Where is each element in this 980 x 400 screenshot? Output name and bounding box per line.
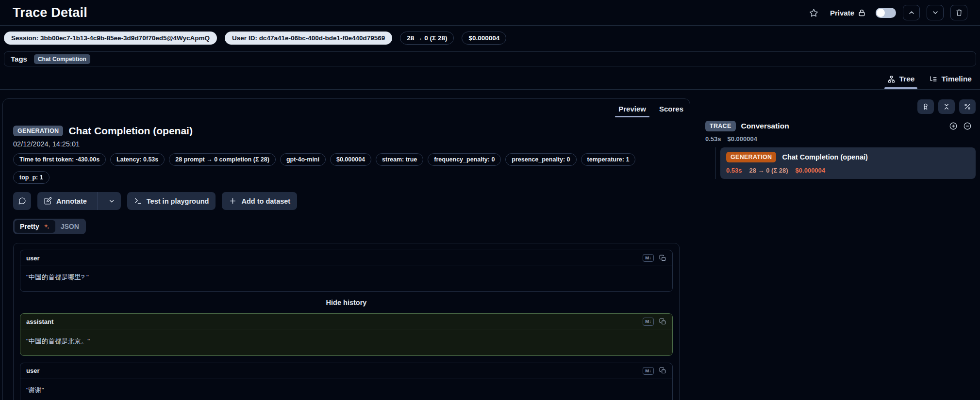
message-user-2: user M↓ "谢谢" — [20, 363, 673, 400]
session-badge[interactable]: Session: 3bb00ec7-1b13-4c9b-85ee-3d9d70f… — [4, 32, 217, 45]
hide-history-row: Hide history — [20, 298, 673, 307]
node-cost: $0.000004 — [796, 167, 825, 174]
message-content: "中国的首都是北京。" — [20, 330, 672, 355]
message-content: "中国的首都是哪里? " — [20, 266, 672, 291]
trace-type-badge: TRACE — [705, 121, 736, 131]
tree-icon — [887, 75, 896, 83]
metrics-toggle-button[interactable] — [959, 99, 976, 114]
page-header: Trace Detail Private — [0, 0, 980, 25]
actions-row: Annotate Test in playground — [13, 192, 680, 210]
copy-icon[interactable] — [659, 255, 666, 262]
trace-title: Conversation — [741, 122, 789, 130]
observation-badges-row1: Time to first token: -430.00s Latency: 0… — [13, 153, 680, 166]
trace-tree-panel: TRACE Conversation 0.53s $0.000004 — [695, 98, 980, 179]
temperature-badge: temperature: 1 — [581, 153, 636, 166]
add-to-dataset-button[interactable]: Add to dataset — [222, 192, 297, 210]
tags-container[interactable]: Tags Chat Competition — [4, 51, 976, 66]
tab-scores[interactable]: Scores — [659, 105, 683, 117]
comment-button[interactable] — [13, 192, 31, 210]
plus-icon — [229, 197, 237, 205]
generation-node-metrics: 0.53s 28 → 0 (Σ 28) $0.000004 — [726, 167, 970, 174]
tree-indent-guide: GENERATION Chat Completion (openai) 0.53… — [715, 147, 976, 179]
node-tokens: 28 → 0 (Σ 28) — [749, 167, 788, 174]
tab-tree-label: Tree — [899, 75, 915, 83]
visibility-status: Private — [830, 9, 866, 17]
message-role: user — [26, 367, 39, 374]
lock-icon — [858, 9, 866, 17]
toggle-knob — [877, 9, 885, 17]
message-assistant-1: assistant M↓ "中国的首都是北京。" — [20, 313, 673, 355]
playground-button[interactable]: Test in playground — [127, 192, 216, 210]
next-trace-button[interactable] — [927, 5, 944, 20]
tab-timeline[interactable]: Timeline — [929, 75, 972, 89]
annotate-dropdown-button[interactable] — [102, 192, 121, 210]
cost-badge: $0.000004 — [462, 32, 506, 45]
message-content: "谢谢" — [20, 379, 672, 400]
panel-tabs: Preview Scores — [3, 99, 690, 117]
tab-preview[interactable]: Preview — [618, 105, 646, 117]
frequency-penalty-badge: frequency_penalty: 0 — [428, 153, 501, 166]
trace-root-row[interactable]: TRACE Conversation — [705, 121, 976, 131]
annotate-pencil-icon — [44, 197, 52, 205]
scores-toggle-button[interactable] — [917, 99, 934, 114]
top-p-badge: top_p: 1 — [13, 171, 50, 184]
private-label: Private — [830, 9, 854, 17]
message-header: assistant M↓ — [20, 314, 672, 330]
message-header: user M↓ — [20, 363, 672, 379]
copy-icon[interactable] — [659, 318, 666, 325]
tree-body: TRACE Conversation 0.53s $0.000004 — [695, 121, 976, 179]
message-user-1: user M↓ "中国的首都是哪里? " — [20, 250, 673, 292]
prev-trace-button[interactable] — [903, 5, 920, 20]
add-to-dataset-label: Add to dataset — [241, 197, 290, 205]
trash-icon — [955, 9, 963, 16]
generation-node[interactable]: GENERATION Chat Completion (openai) 0.53… — [720, 147, 976, 179]
trace-metrics: 0.53s $0.000004 — [705, 135, 976, 143]
page-title: Trace Detail — [13, 5, 87, 20]
node-latency: 0.53s — [726, 167, 742, 174]
tab-tree[interactable]: Tree — [887, 75, 915, 89]
main-area: Preview Scores GENERATION Chat Completio… — [0, 98, 980, 400]
expand-all-icon[interactable] — [949, 122, 958, 130]
cost-badge: $0.000004 — [330, 153, 371, 166]
copy-icon[interactable] — [659, 367, 666, 374]
annotate-button[interactable]: Annotate — [37, 192, 121, 210]
observation-detail-card: Preview Scores GENERATION Chat Completio… — [2, 98, 690, 400]
user-id-badge[interactable]: User ID: dc47a41e-06bc-400d-bde1-f0e440d… — [225, 32, 392, 45]
tab-timeline-label: Timeline — [941, 75, 972, 83]
time-to-first-token-badge: Time to first token: -430.00s — [13, 153, 106, 166]
hide-history-button[interactable]: Hide history — [326, 299, 367, 306]
stream-badge: stream: true — [376, 153, 423, 166]
token-usage-badge: 28 → 0 (Σ 28) — [400, 32, 454, 45]
annotate-label: Annotate — [56, 197, 87, 205]
message-role: user — [26, 255, 39, 262]
json-toggle[interactable]: JSON — [55, 220, 84, 233]
timeline-icon — [929, 75, 937, 83]
generation-type-badge: GENERATION — [726, 152, 776, 162]
public-toggle[interactable] — [876, 8, 896, 18]
header-divider — [0, 25, 980, 26]
comment-icon — [18, 197, 26, 205]
format-toggle: Pretty JSON — [13, 219, 86, 234]
bookmark-star-icon[interactable] — [809, 8, 818, 17]
view-tabs: Tree Timeline — [0, 66, 980, 90]
collapse-all-button[interactable] — [938, 99, 955, 114]
generation-node-title: Chat Completion (openai) — [782, 153, 867, 161]
markdown-toggle-icon[interactable]: M↓ — [643, 318, 654, 325]
terminal-icon — [134, 197, 142, 205]
model-badge[interactable]: gpt-4o-mini — [280, 153, 326, 166]
delete-trace-button[interactable] — [950, 5, 967, 20]
tree-toolbar — [695, 99, 976, 114]
collapse-node-icon[interactable] — [963, 122, 972, 130]
pretty-label: Pretty — [20, 223, 39, 230]
latency-badge: Latency: 0.53s — [110, 153, 165, 166]
observation-timestamp: 02/12/2024, 14:25:01 — [13, 140, 680, 148]
pretty-toggle[interactable]: Pretty — [15, 220, 55, 233]
message-role: assistant — [26, 318, 53, 325]
markdown-toggle-icon[interactable]: M↓ — [643, 367, 654, 375]
fold-vertical-icon — [943, 103, 950, 111]
sparkles-icon — [43, 223, 50, 230]
playground-label: Test in playground — [147, 197, 209, 205]
chevron-up-icon — [908, 9, 915, 16]
chevron-down-icon — [931, 9, 939, 16]
markdown-toggle-icon[interactable]: M↓ — [643, 254, 654, 262]
